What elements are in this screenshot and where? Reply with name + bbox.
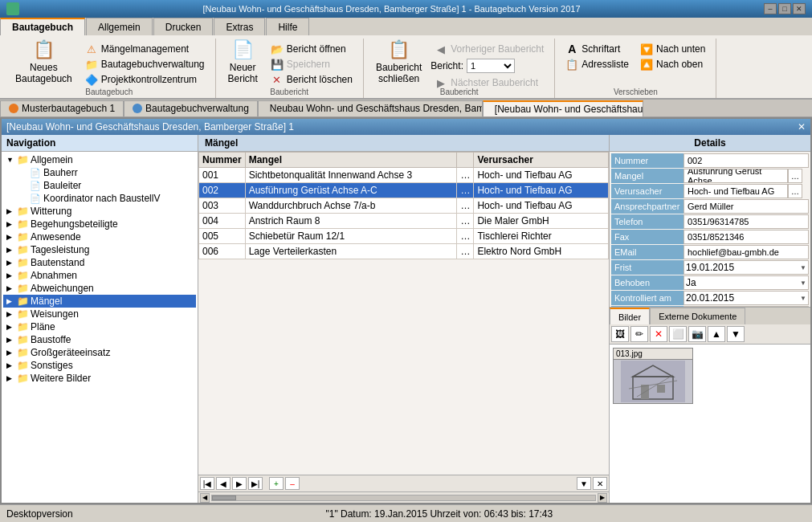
schriftart-button[interactable]: A Schriftart: [561, 42, 633, 56]
filter-button[interactable]: ▼: [577, 477, 591, 490]
nach-oben-button[interactable]: 🔼 Nach oben: [636, 57, 709, 71]
tree-folder-icon-weitere-bilder: 📁: [16, 373, 29, 384]
field-value-frist[interactable]: 19.01.2015 ▼: [683, 260, 809, 275]
bericht-loeschen-button[interactable]: ✕ Bericht löschen: [267, 72, 357, 87]
baubericht-schliessen-button[interactable]: 📋 Bauberichtschließen: [370, 39, 427, 85]
projektkontrollzentrum-button[interactable]: 🔷 Projektkontrollzentrum: [81, 72, 209, 87]
tree-item-bautenstand[interactable]: ▶ 📁 Bautenstand: [3, 256, 196, 269]
col-header-nummer[interactable]: Nummer: [199, 153, 246, 168]
mangelmanagement-button[interactable]: ⚠ Mängelmanagement: [81, 42, 209, 56]
nach-unten-button[interactable]: 🔽 Nach unten: [636, 42, 709, 56]
field-value-kontrolliert-am[interactable]: 20.01.2015 ▼: [683, 291, 809, 305]
minimize-button[interactable]: –: [764, 3, 777, 14]
tab-extras[interactable]: Extras: [214, 18, 265, 35]
tree-item-begehung[interactable]: ▶ 📁 Begehungsbeteiligte: [3, 218, 196, 230]
bilder-tab-externe[interactable]: Externe Dokumente: [650, 308, 745, 324]
table-row[interactable]: 003 Wanddurchbruch Achse 7/a-b … Hoch- u…: [199, 198, 609, 214]
tree-item-tagesleistung[interactable]: ▶ 📁 Tagesleistung: [3, 243, 196, 256]
doc-tab-musterbautagebuch[interactable]: Musterbautagebuch 1: [0, 100, 124, 116]
bilder-tab-bilder[interactable]: Bilder: [610, 308, 650, 324]
mangel-more-button[interactable]: …: [788, 169, 802, 183]
tree-item-weisungen[interactable]: ▶ 📁 Weisungen: [3, 308, 196, 320]
neuer-bericht-button[interactable]: 📄 NeuerBericht: [222, 39, 263, 85]
table-row[interactable]: 006 Lage Verteilerkasten … Elektro Nord …: [199, 244, 609, 259]
bilder-edit-btn[interactable]: ✏: [630, 326, 648, 342]
tree-page-icon-koordinator: 📄: [29, 193, 42, 204]
tab-hilfe[interactable]: Hilfe: [266, 18, 309, 35]
bericht-oeffnen-button[interactable]: 📂 Bericht öffnen: [267, 42, 357, 56]
hscroll-thumb[interactable]: [212, 495, 236, 500]
cell-dots[interactable]: …: [457, 229, 474, 244]
tree-item-bauleiter[interactable]: 📄 Bauleiter: [16, 179, 196, 192]
close-button[interactable]: ✕: [793, 3, 806, 14]
nav-last-button[interactable]: ▶|: [248, 477, 263, 490]
verursacher-more-button[interactable]: …: [788, 184, 802, 198]
tab-bautagebuch[interactable]: Bautagebuch: [0, 18, 85, 35]
tab-allgemein[interactable]: Allgemein: [86, 18, 153, 35]
table-row[interactable]: 004 Anstrich Raum 8 … Die Maler GmbH: [199, 214, 609, 229]
doc-tab-active[interactable]: [Neubau Wohn- und Geschäftshaus Dresden,…: [483, 100, 643, 116]
tree-item-abweichungen[interactable]: ▶ 📁 Abweichungen: [3, 282, 196, 295]
horizontal-scrollbar[interactable]: ◀ ▶: [198, 491, 609, 503]
bilder-frame-btn[interactable]: ⬜: [669, 326, 687, 342]
clear-filter-button[interactable]: ✕: [593, 477, 607, 490]
tree-item-baustoffe[interactable]: ▶ 📁 Baustoffe: [3, 333, 196, 346]
bilder-camera-btn[interactable]: 📷: [688, 326, 706, 342]
cell-dots[interactable]: …: [457, 198, 474, 214]
cell-dots[interactable]: …: [457, 244, 474, 259]
remove-row-button[interactable]: –: [285, 477, 300, 490]
doc-tab-verwaltung[interactable]: Bautagebuchverwaltung: [124, 100, 258, 116]
field-value-email: hochlief@bau-gmbh.de: [683, 245, 809, 259]
cell-mangel: Wanddurchbruch Achse 7/a-b: [245, 198, 457, 214]
tree-item-bauherr[interactable]: 📄 Bauherr: [16, 166, 196, 179]
bautagebuchverwaltung-button[interactable]: 📁 Bautagebuchverwaltung: [81, 57, 209, 71]
inner-close-button[interactable]: ✕: [798, 121, 806, 133]
col-header-mangel[interactable]: Mangel: [245, 153, 457, 168]
table-row-selected[interactable]: 002 Ausführung Gerüst Achse A-C … Hoch- …: [199, 183, 609, 198]
bericht-select[interactable]: 1: [467, 59, 515, 73]
tree-item-sonstiges[interactable]: ▶ 📁 Sonstiges: [3, 359, 196, 372]
hscroll-left-btn[interactable]: ◀: [200, 493, 210, 503]
tree-item-allgemein[interactable]: ▼ 📁 Allgemein: [3, 153, 196, 166]
tab-drucken[interactable]: Drucken: [153, 18, 214, 35]
ribbon-group-label-baubericht: Baubericht: [364, 88, 554, 96]
bilder-add-image-btn[interactable]: 🖼: [611, 326, 629, 342]
adressliste-icon: 📋: [565, 58, 578, 71]
col-header-verursacher[interactable]: Verursacher: [474, 153, 609, 168]
mangel-panel: Mängel Nummer Mangel Verursacher 001: [198, 135, 610, 503]
tree-item-grossgeraete[interactable]: ▶ 📁 Großgeräteeinsatz: [3, 346, 196, 359]
neuer-bericht-icon: 📄: [230, 39, 255, 60]
tree-item-weitere-bilder[interactable]: ▶ 📁 Weitere Bilder: [3, 372, 196, 385]
tree-item-abnahmen[interactable]: ▶ 📁 Abnahmen: [3, 269, 196, 282]
cell-dots[interactable]: …: [457, 214, 474, 229]
cell-mangel: Schiebetür Raum 12/1: [245, 229, 457, 244]
bericht-loeschen-icon: ✕: [271, 73, 284, 86]
nav-next-button[interactable]: ▶: [232, 477, 247, 490]
cell-dots[interactable]: …: [457, 168, 474, 183]
bilder-up-btn[interactable]: ▲: [708, 326, 725, 342]
ribbon-group-bautagebuch: 📋 NeuesBautagebuch ⚠ Mängelmanagement 📁 …: [3, 39, 216, 98]
table-row[interactable]: 001 Sichtbetonqualität Innenwand Achse 3…: [199, 168, 609, 183]
title-bar-controls[interactable]: – □ ✕: [764, 3, 806, 14]
tree-item-koordinator[interactable]: 📄 Koordinator nach BaustellV: [16, 192, 196, 205]
bilder-down-btn[interactable]: ▼: [727, 326, 745, 342]
maximize-button[interactable]: □: [778, 3, 791, 14]
tree-item-witterung[interactable]: ▶ 📁 Witterung: [3, 205, 196, 218]
neues-bautagebuch-button[interactable]: 📋 NeuesBautagebuch: [10, 39, 78, 85]
bilder-thumbnail[interactable]: 013.jpg: [613, 348, 693, 404]
hscroll-right-btn[interactable]: ▶: [598, 493, 607, 503]
table-row[interactable]: 005 Schiebetür Raum 12/1 … Tischlerei Ri…: [199, 229, 609, 244]
nav-first-button[interactable]: |◀: [200, 477, 214, 490]
bilder-delete-btn[interactable]: ✕: [650, 326, 667, 342]
tree-item-anwesende[interactable]: ▶ 📁 Anwesende: [3, 230, 196, 243]
doc-tab-besprechung[interactable]: Neubau Wohn- und Geschäftshaus Dresden, …: [258, 100, 483, 116]
tree-item-maengel[interactable]: ▶ 📁 Mängel: [3, 295, 196, 308]
tree-label-allgemein: Allgemein: [31, 154, 73, 165]
add-row-button[interactable]: +: [269, 477, 284, 490]
nav-prev-button[interactable]: ◀: [216, 477, 231, 490]
field-value-behoben[interactable]: Ja ▼: [683, 275, 809, 290]
cell-dots-selected[interactable]: …: [457, 183, 474, 198]
tree-item-plaene[interactable]: ▶ 📁 Pläne: [3, 320, 196, 333]
adressliste-button[interactable]: 📋 Adressliste: [561, 57, 633, 71]
hscroll-track[interactable]: [211, 495, 596, 501]
